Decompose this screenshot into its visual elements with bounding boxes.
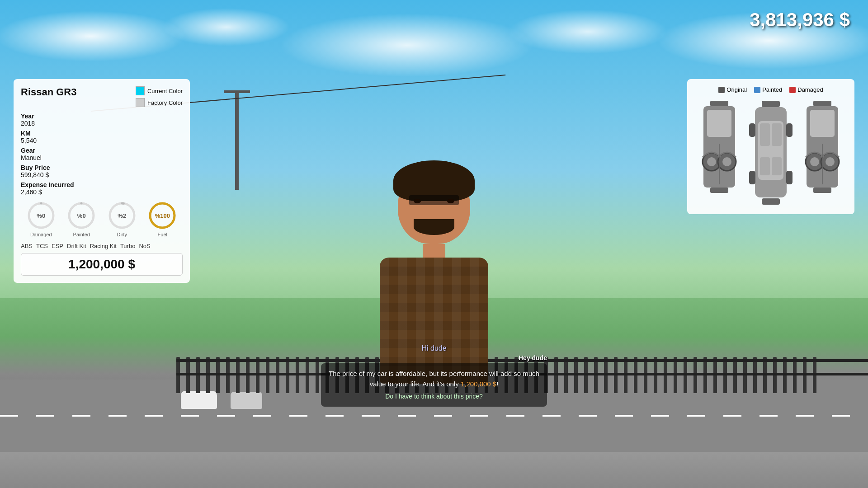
- final-price[interactable]: 1,200,000 $: [21, 253, 183, 276]
- expense-row: Expense Incurred 2,460 $: [21, 181, 183, 196]
- km-label: KM: [21, 130, 183, 137]
- gauge-fuel-label: Fuel: [158, 232, 167, 237]
- svg-rect-26: [749, 171, 755, 184]
- legend-original-label: Original: [726, 86, 747, 93]
- km-row: KM 5,540: [21, 130, 183, 144]
- panel-header: Rissan GR3 Current Color Factory Color: [21, 86, 183, 107]
- legend-painted-label: Painted: [762, 86, 782, 93]
- svg-rect-21: [772, 123, 782, 146]
- extra-tcs: TCS: [36, 243, 48, 249]
- dialogue-npc: Hi dude: [321, 344, 547, 352]
- current-color-row: Current Color: [136, 86, 183, 95]
- gauge-painted-circle: %0: [67, 201, 96, 230]
- legend-original: Original: [718, 86, 747, 93]
- legend-original-dot: [718, 87, 725, 93]
- svg-rect-25: [786, 123, 793, 137]
- svg-rect-28: [762, 198, 780, 205]
- gauge-damaged: %0 Damaged: [27, 201, 56, 237]
- gauge-painted-value: %0: [77, 212, 86, 219]
- gauge-damaged-value: %0: [37, 212, 45, 219]
- buy-price-value: 599,840 $: [21, 171, 183, 178]
- factory-color-label: Factory Color: [147, 99, 183, 106]
- gauge-dirty: %2 Dirty: [108, 201, 137, 237]
- svg-rect-15: [710, 188, 728, 193]
- dialogue-highlight: 1,200,000 $: [461, 380, 496, 388]
- svg-rect-27: [786, 171, 793, 184]
- dialogue-text: The price of my car is affordable, but i…: [321, 363, 547, 407]
- car-top-svg: [748, 99, 793, 207]
- current-color-swatch: [136, 86, 145, 95]
- gauge-painted-label: Painted: [73, 232, 90, 237]
- year-row: Year 2018: [21, 113, 183, 127]
- gear-value: Manuel: [21, 154, 183, 161]
- dialogue-main-text: The price of my car is affordable, but i…: [329, 370, 539, 388]
- character-beard: [414, 219, 454, 235]
- car-view-right: [802, 99, 843, 207]
- year-label: Year: [21, 113, 183, 120]
- svg-rect-17: [762, 101, 780, 107]
- money-display: 3,813,936 $: [750, 9, 850, 31]
- svg-rect-22: [760, 157, 770, 175]
- dialogue-box: Hi dude Hey dude The price of my car is …: [321, 344, 547, 407]
- km-value: 5,540: [21, 137, 183, 144]
- car-diagram-panel: Original Painted Damaged: [687, 79, 854, 214]
- legend-painted: Painted: [754, 86, 782, 93]
- extra-nos: NoS: [139, 243, 150, 249]
- expense-label: Expense Incurred: [21, 181, 183, 188]
- expense-value: 2,460 $: [21, 188, 183, 196]
- character-neck: [423, 244, 445, 258]
- car-title: Rissan GR3: [21, 86, 77, 98]
- gauge-dirty-circle: %2: [108, 201, 137, 230]
- car-info-panel: Rissan GR3 Current Color Factory Color Y…: [14, 79, 190, 283]
- power-pole: [235, 90, 239, 190]
- extra-drift: Drift Kit: [67, 243, 86, 249]
- factory-color-row: Factory Color: [136, 98, 183, 107]
- character-face: [407, 185, 461, 235]
- extras-row: ABS TCS ESP Drift Kit Racing Kit Turbo N…: [21, 243, 183, 249]
- svg-rect-24: [749, 123, 755, 137]
- legend-painted-dot: [754, 87, 760, 93]
- car-diagram: [694, 99, 847, 207]
- gauge-fuel-circle: %100: [148, 201, 177, 230]
- gauge-dirty-value: %2: [118, 212, 126, 219]
- svg-rect-29: [813, 101, 831, 106]
- car-side-right-svg: [802, 99, 843, 207]
- legend-damaged-label: Damaged: [797, 86, 823, 93]
- extra-esp: ESP: [52, 243, 63, 249]
- gauge-fuel-value: %100: [155, 212, 170, 219]
- gauge-dirty-label: Dirty: [117, 232, 127, 237]
- gear-row: Gear Manuel: [21, 147, 183, 161]
- legend-damaged-dot: [789, 87, 796, 93]
- dialogue-speaker: Hey dude: [321, 354, 547, 361]
- current-color-label: Current Color: [147, 88, 183, 94]
- scene-car-1: [181, 391, 217, 409]
- svg-rect-31: [810, 110, 835, 137]
- svg-point-14: [722, 157, 731, 166]
- gauges-row: %0 Damaged %0 Painted %2: [21, 201, 183, 237]
- buy-price-label: Buy Price: [21, 164, 183, 171]
- svg-point-33: [810, 157, 819, 166]
- gauge-fuel: %100 Fuel: [148, 201, 177, 237]
- svg-rect-10: [707, 110, 731, 137]
- svg-rect-20: [760, 123, 770, 146]
- buy-price-row: Buy Price 599,840 $: [21, 164, 183, 178]
- svg-point-35: [826, 157, 835, 166]
- car-side-left-svg: [699, 99, 740, 207]
- svg-rect-36: [813, 188, 831, 193]
- diagram-legend: Original Painted Damaged: [694, 86, 847, 93]
- extra-abs: ABS: [21, 243, 33, 249]
- gauge-damaged-circle: %0: [27, 201, 56, 230]
- gear-label: Gear: [21, 147, 183, 154]
- legend-damaged: Damaged: [789, 86, 823, 93]
- character-eye-left: [414, 199, 421, 203]
- svg-rect-8: [710, 101, 728, 106]
- color-indicators: Current Color Factory Color: [136, 86, 183, 107]
- character-eye-right: [447, 199, 454, 203]
- car-view-left: [699, 99, 740, 207]
- gauge-damaged-label: Damaged: [30, 232, 52, 237]
- dialogue-question: Do I have to think about this price?: [328, 392, 540, 401]
- factory-color-swatch: [136, 98, 145, 107]
- gauge-painted: %0 Painted: [67, 201, 96, 237]
- svg-point-12: [707, 157, 716, 166]
- year-value: 2018: [21, 120, 183, 127]
